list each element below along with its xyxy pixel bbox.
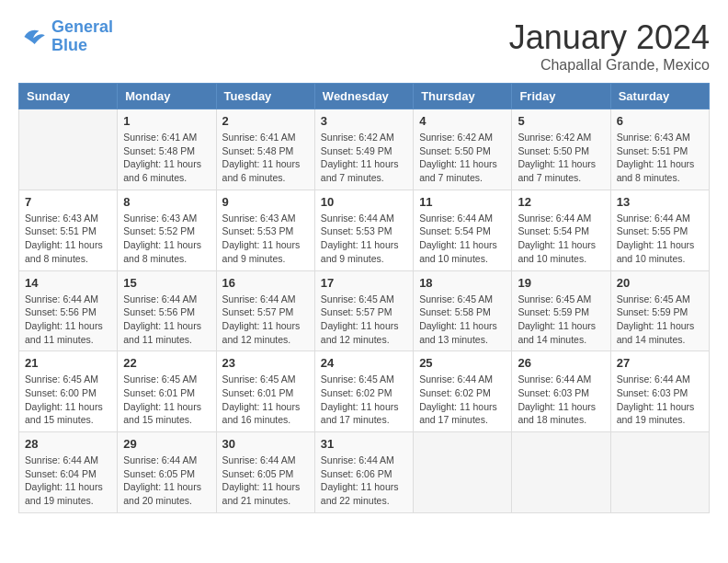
calendar-cell: 17Sunrise: 6:45 AMSunset: 5:57 PMDayligh… (314, 270, 413, 351)
calendar-cell: 21Sunrise: 6:45 AMSunset: 6:00 PMDayligh… (19, 351, 118, 432)
day-info: Sunrise: 6:43 AMSunset: 5:51 PMDaylight:… (25, 212, 111, 266)
day-number: 8 (123, 195, 210, 209)
day-number: 10 (321, 195, 407, 209)
day-number: 25 (419, 356, 506, 370)
calendar-cell: 30Sunrise: 6:44 AMSunset: 6:05 PMDayligh… (216, 432, 314, 513)
location-subtitle: Chapallal Grande, Mexico (509, 57, 710, 74)
day-info: Sunrise: 6:44 AMSunset: 5:56 PMDaylight:… (25, 293, 111, 347)
day-number: 28 (25, 437, 111, 451)
calendar-cell: 11Sunrise: 6:44 AMSunset: 5:54 PMDayligh… (414, 190, 512, 270)
calendar-cell: 24Sunrise: 6:45 AMSunset: 6:02 PMDayligh… (314, 351, 413, 432)
title-block: January 2024 Chapallal Grande, Mexico (509, 18, 710, 74)
month-title: January 2024 (509, 18, 710, 57)
calendar-cell: 22Sunrise: 6:45 AMSunset: 6:01 PMDayligh… (118, 351, 216, 432)
col-header-tuesday: Tuesday (216, 84, 314, 109)
day-number: 22 (123, 356, 210, 370)
calendar-cell: 10Sunrise: 6:44 AMSunset: 5:53 PMDayligh… (314, 190, 413, 270)
calendar-cell: 15Sunrise: 6:44 AMSunset: 5:56 PMDayligh… (118, 270, 216, 351)
page-header: GeneralBlue January 2024 Chapallal Grand… (18, 18, 710, 74)
day-number: 16 (222, 276, 309, 290)
day-info: Sunrise: 6:43 AMSunset: 5:51 PMDaylight:… (617, 131, 703, 185)
calendar-cell: 20Sunrise: 6:45 AMSunset: 5:59 PMDayligh… (610, 270, 709, 351)
day-number: 15 (123, 276, 210, 290)
calendar-cell (610, 432, 709, 513)
day-info: Sunrise: 6:45 AMSunset: 6:01 PMDaylight:… (222, 373, 309, 427)
day-number: 29 (123, 437, 210, 451)
day-number: 24 (321, 356, 407, 370)
day-number: 1 (123, 114, 210, 128)
day-number: 9 (222, 195, 309, 209)
day-number: 5 (518, 114, 604, 128)
day-info: Sunrise: 6:44 AMSunset: 5:53 PMDaylight:… (321, 212, 407, 266)
day-info: Sunrise: 6:44 AMSunset: 6:02 PMDaylight:… (419, 373, 506, 427)
day-info: Sunrise: 6:44 AMSunset: 5:55 PMDaylight:… (617, 212, 703, 266)
calendar-cell: 16Sunrise: 6:44 AMSunset: 5:57 PMDayligh… (216, 270, 314, 351)
calendar-cell: 26Sunrise: 6:44 AMSunset: 6:03 PMDayligh… (512, 351, 610, 432)
day-info: Sunrise: 6:44 AMSunset: 5:54 PMDaylight:… (419, 212, 506, 266)
day-number: 12 (518, 195, 604, 209)
col-header-friday: Friday (512, 84, 610, 109)
calendar-cell: 23Sunrise: 6:45 AMSunset: 6:01 PMDayligh… (216, 351, 314, 432)
day-info: Sunrise: 6:44 AMSunset: 6:05 PMDaylight:… (123, 454, 210, 508)
col-header-monday: Monday (118, 84, 216, 109)
calendar-cell: 19Sunrise: 6:45 AMSunset: 5:59 PMDayligh… (512, 270, 610, 351)
day-info: Sunrise: 6:45 AMSunset: 5:58 PMDaylight:… (419, 293, 506, 347)
col-header-sunday: Sunday (19, 84, 118, 109)
col-header-saturday: Saturday (610, 84, 709, 109)
calendar-cell: 12Sunrise: 6:44 AMSunset: 5:54 PMDayligh… (512, 190, 610, 270)
calendar-cell: 27Sunrise: 6:44 AMSunset: 6:03 PMDayligh… (610, 351, 709, 432)
col-header-wednesday: Wednesday (314, 84, 413, 109)
day-info: Sunrise: 6:44 AMSunset: 5:54 PMDaylight:… (518, 212, 604, 266)
calendar-cell (414, 432, 512, 513)
calendar-week-0: 1Sunrise: 6:41 AMSunset: 5:48 PMDaylight… (19, 109, 710, 190)
day-number: 11 (419, 195, 506, 209)
day-info: Sunrise: 6:41 AMSunset: 5:48 PMDaylight:… (123, 131, 210, 185)
day-info: Sunrise: 6:45 AMSunset: 5:57 PMDaylight:… (321, 293, 407, 347)
calendar-cell: 2Sunrise: 6:41 AMSunset: 5:48 PMDaylight… (216, 109, 314, 190)
calendar-cell (512, 432, 610, 513)
col-header-thursday: Thursday (414, 84, 512, 109)
day-info: Sunrise: 6:44 AMSunset: 6:03 PMDaylight:… (518, 373, 604, 427)
day-info: Sunrise: 6:44 AMSunset: 6:06 PMDaylight:… (321, 454, 407, 508)
day-number: 31 (321, 437, 407, 451)
day-info: Sunrise: 6:45 AMSunset: 6:01 PMDaylight:… (123, 373, 210, 427)
day-number: 20 (617, 276, 703, 290)
calendar-cell: 4Sunrise: 6:42 AMSunset: 5:50 PMDaylight… (414, 109, 512, 190)
logo-icon (18, 22, 48, 52)
day-number: 21 (25, 356, 111, 370)
calendar-cell: 6Sunrise: 6:43 AMSunset: 5:51 PMDaylight… (610, 109, 709, 190)
day-info: Sunrise: 6:45 AMSunset: 5:59 PMDaylight:… (617, 293, 703, 347)
calendar-cell: 1Sunrise: 6:41 AMSunset: 5:48 PMDaylight… (118, 109, 216, 190)
day-number: 18 (419, 276, 506, 290)
day-info: Sunrise: 6:44 AMSunset: 6:03 PMDaylight:… (617, 373, 703, 427)
day-number: 23 (222, 356, 309, 370)
calendar-cell: 9Sunrise: 6:43 AMSunset: 5:53 PMDaylight… (216, 190, 314, 270)
day-number: 14 (25, 276, 111, 290)
day-number: 17 (321, 276, 407, 290)
day-info: Sunrise: 6:44 AMSunset: 5:57 PMDaylight:… (222, 293, 309, 347)
calendar-week-1: 7Sunrise: 6:43 AMSunset: 5:51 PMDaylight… (19, 190, 710, 270)
calendar-cell: 18Sunrise: 6:45 AMSunset: 5:58 PMDayligh… (414, 270, 512, 351)
day-info: Sunrise: 6:45 AMSunset: 6:00 PMDaylight:… (25, 373, 111, 427)
day-info: Sunrise: 6:45 AMSunset: 6:02 PMDaylight:… (321, 373, 407, 427)
calendar-table: SundayMondayTuesdayWednesdayThursdayFrid… (18, 83, 710, 513)
day-info: Sunrise: 6:41 AMSunset: 5:48 PMDaylight:… (222, 131, 309, 185)
logo-text: GeneralBlue (51, 18, 113, 55)
calendar-week-3: 21Sunrise: 6:45 AMSunset: 6:00 PMDayligh… (19, 351, 710, 432)
day-number: 4 (419, 114, 506, 128)
day-info: Sunrise: 6:45 AMSunset: 5:59 PMDaylight:… (518, 293, 604, 347)
calendar-header-row: SundayMondayTuesdayWednesdayThursdayFrid… (19, 84, 710, 109)
calendar-cell: 3Sunrise: 6:42 AMSunset: 5:49 PMDaylight… (314, 109, 413, 190)
day-number: 27 (617, 356, 703, 370)
day-info: Sunrise: 6:42 AMSunset: 5:50 PMDaylight:… (518, 131, 604, 185)
calendar-cell: 31Sunrise: 6:44 AMSunset: 6:06 PMDayligh… (314, 432, 413, 513)
day-number: 7 (25, 195, 111, 209)
calendar-cell: 25Sunrise: 6:44 AMSunset: 6:02 PMDayligh… (414, 351, 512, 432)
calendar-week-2: 14Sunrise: 6:44 AMSunset: 5:56 PMDayligh… (19, 270, 710, 351)
calendar-cell: 13Sunrise: 6:44 AMSunset: 5:55 PMDayligh… (610, 190, 709, 270)
logo: GeneralBlue (18, 18, 113, 55)
calendar-week-4: 28Sunrise: 6:44 AMSunset: 6:04 PMDayligh… (19, 432, 710, 513)
day-info: Sunrise: 6:42 AMSunset: 5:49 PMDaylight:… (321, 131, 407, 185)
calendar-cell: 5Sunrise: 6:42 AMSunset: 5:50 PMDaylight… (512, 109, 610, 190)
day-info: Sunrise: 6:44 AMSunset: 6:04 PMDaylight:… (25, 454, 111, 508)
